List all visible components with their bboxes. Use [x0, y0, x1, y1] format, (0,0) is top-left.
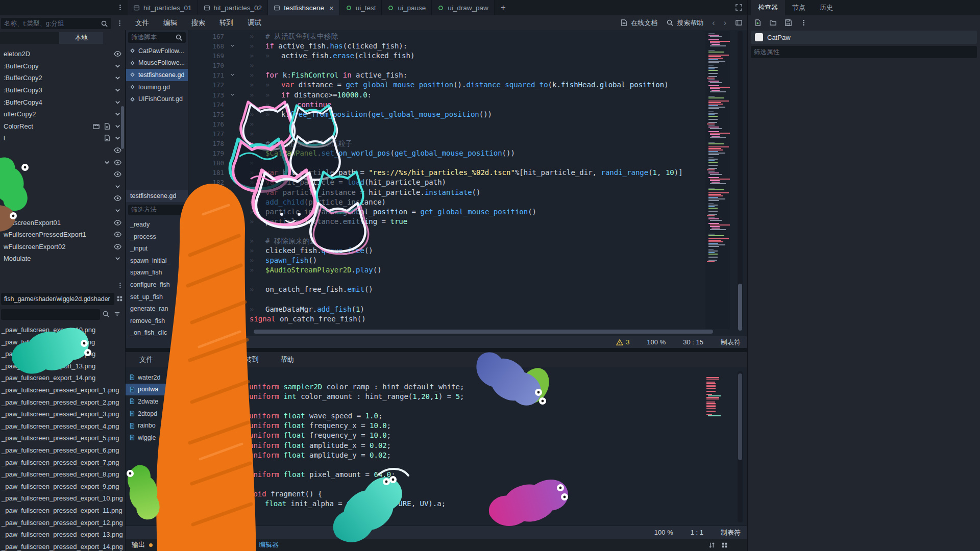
file-item[interactable]: _paw_fullscreen_pressed_export_9.png — [0, 481, 125, 493]
tree-node[interactable]: Modulate — [0, 253, 125, 265]
fold-icon[interactable] — [227, 41, 237, 51]
fold-icon[interactable] — [227, 70, 237, 80]
visibility-icon[interactable] — [114, 243, 121, 251]
inspector-options-icon[interactable] — [800, 19, 807, 27]
scene-tab[interactable]: hit_particles_01 — [128, 0, 198, 15]
remote-tab[interactable] — [0, 32, 59, 44]
shader-menu-item[interactable]: 搜索 — [199, 355, 234, 364]
chevron-icon[interactable] — [114, 86, 121, 94]
method-filter-input[interactable]: 筛选方法 — [128, 205, 186, 215]
visibility-icon[interactable] — [114, 219, 121, 227]
code-line[interactable]: 174»»»continue — [188, 100, 711, 110]
caret-position[interactable]: 30 : 15 — [683, 338, 703, 346]
file-item[interactable]: _paw_fullscreen_pressed_export_2.png — [0, 396, 125, 409]
code-line[interactable]: 194 — [188, 295, 711, 305]
code-line[interactable]: 193»on_catch_free_fish.emit() — [188, 285, 711, 294]
tree-node[interactable] — [0, 168, 125, 181]
code-line[interactable]: 187 — [188, 227, 711, 236]
code-line[interactable]: 178»# 在点击位置生成猫爪粒子 — [188, 139, 711, 148]
code-line[interactable]: 172»»var distance = get_global_mouse_pos… — [188, 80, 711, 90]
chevron-icon[interactable] — [114, 134, 121, 142]
menu-item[interactable]: 转到 — [212, 15, 240, 30]
code-line[interactable]: 192 — [188, 275, 711, 285]
file-item[interactable]: _paw_fullscreen_export_11.png — [0, 336, 125, 348]
file-item[interactable]: _paw_fullscreen_pressed_export_8.png — [0, 468, 125, 481]
file-item[interactable]: _paw_fullscreen_export_12.png — [0, 348, 125, 360]
code-line[interactable]: 189»clicked_fish.queue_free() — [188, 246, 711, 256]
scene-tab[interactable]: ui_pause — [382, 0, 432, 15]
file-item[interactable]: _paw_fullscreen_pressed_export_13.png — [0, 529, 125, 541]
code-line[interactable]: 170» — [188, 61, 711, 70]
shader-file-item[interactable]: pontwa — [126, 384, 188, 396]
tree-node[interactable] — [0, 192, 125, 205]
clapper-icon[interactable] — [92, 122, 100, 130]
code-line[interactable]: 3 — [188, 402, 711, 411]
code-line[interactable]: 171»for k:FishControl in active_fish: — [188, 70, 711, 80]
file-item[interactable]: _paw_fullscreen_export_14.png — [0, 372, 125, 384]
script-icon[interactable] — [103, 122, 111, 130]
code-line[interactable]: 179»$CatPawPanel.set_on_world_pos(get_gl… — [188, 148, 711, 158]
visibility-icon[interactable] — [114, 146, 121, 154]
code-line[interactable]: 182»var hit_particle = load(hit_particle… — [188, 178, 711, 187]
shader-minimap[interactable] — [705, 375, 728, 421]
shader-file-item[interactable]: 2dwate — [126, 395, 188, 408]
tree-node[interactable]: ufferCopy2 — [0, 108, 125, 120]
method-item[interactable]: generate_ran — [126, 303, 188, 315]
code-line[interactable]: 5uniform float frequency_x = 10.0; — [188, 421, 711, 431]
history-back-icon[interactable]: ‹ — [712, 18, 715, 28]
search-help-button[interactable]: 搜索帮助 — [666, 18, 703, 28]
tree-node[interactable]: :BufferCopy2 — [0, 72, 125, 84]
code-line[interactable]: 177» — [188, 129, 711, 139]
indent-mode[interactable]: 制表符 — [721, 338, 741, 347]
visibility-icon[interactable] — [114, 170, 121, 178]
code-line[interactable]: 9 — [188, 460, 711, 470]
code-line[interactable]: 8uniform float amplitude_y = 0.02; — [188, 450, 711, 460]
tree-node[interactable]: wFullscreenPressedExport1 — [0, 229, 125, 241]
file-item[interactable]: _paw_fullscreen_pressed_export_11.png — [0, 505, 125, 517]
script-item[interactable]: touming.gd — [126, 81, 188, 93]
tree-node[interactable] — [0, 181, 125, 193]
zoom-level[interactable]: 100 % — [654, 529, 673, 536]
scene-tab[interactable]: ui_test — [340, 0, 382, 15]
code-line[interactable]: 4uniform float wave_speed = 1.0; — [188, 411, 711, 421]
file-item[interactable]: _paw_fullscreen_export_10.png — [0, 324, 125, 336]
tree-node[interactable]: l — [0, 132, 125, 144]
code-line[interactable]: 188»# 移除原来的鱼 — [188, 236, 711, 246]
code-line[interactable]: 7uniform float amplitude_x = 0.02; — [188, 441, 711, 450]
script-item[interactable]: CatPawFollow... — [126, 45, 188, 57]
property-filter-input[interactable]: 筛选属性 — [751, 46, 977, 58]
code-line[interactable]: 12void fragment() { — [188, 489, 711, 499]
file-item[interactable]: _paw_fullscreen_pressed_export_12.png — [0, 517, 125, 529]
file-item[interactable]: _paw_fullscreen_pressed_export_14.png — [0, 541, 125, 551]
new-resource-icon[interactable] — [754, 19, 762, 27]
indent-mode[interactable]: 制表符 — [721, 528, 741, 537]
shader-editor-button[interactable]: 编辑器 — [248, 540, 279, 549]
code-line[interactable]: 1uniform sampler2D color_ramp : hint_def… — [188, 382, 711, 392]
shader-scrollbar[interactable] — [738, 371, 743, 522]
shader-file-item[interactable]: rainbo — [126, 419, 188, 432]
inspector-tab[interactable]: 检查器 — [751, 0, 785, 15]
current-script-label[interactable]: testfishscene.gd — [126, 190, 188, 202]
inspector-tab[interactable]: 节点 — [785, 0, 813, 15]
shader-menu-item[interactable]: 文件 — [129, 355, 164, 364]
file-item[interactable]: _paw_fullscreen_pressed_export_4.png — [0, 420, 125, 433]
visibility-icon[interactable] — [114, 50, 121, 58]
tree-node[interactable]: :BufferCopy3 — [0, 84, 125, 96]
code-line[interactable]: 176» — [188, 119, 711, 129]
code-line[interactable]: 181»var hit_particle_path = "res://%s/hi… — [188, 168, 711, 178]
dock-options-icon[interactable] — [116, 4, 124, 11]
scene-tab[interactable]: hit_particles_02 — [198, 0, 268, 15]
local-tab[interactable]: 本地 — [59, 32, 103, 44]
method-item[interactable]: _process — [126, 231, 188, 243]
code-line[interactable]: 173»»if distance>=10000.0: — [188, 90, 711, 100]
sort-icon[interactable] — [113, 310, 121, 318]
swap-panel-icon[interactable] — [708, 541, 716, 549]
code-line[interactable]: 13»float init_alpha = texture(TEXTURE, U… — [188, 499, 711, 509]
menu-item[interactable]: 编辑 — [156, 15, 184, 30]
method-item[interactable]: set_up_fish — [126, 291, 188, 304]
inspector-tab[interactable]: 历史 — [813, 0, 840, 15]
chevron-icon[interactable] — [114, 74, 121, 82]
tree-node[interactable]: FullscreenExport01 — [0, 216, 125, 229]
file-item[interactable]: _paw_fullscreen_pressed_export_5.png — [0, 432, 125, 444]
code-line[interactable]: 167»# 从活跃鱼列表中移除 — [188, 32, 711, 41]
